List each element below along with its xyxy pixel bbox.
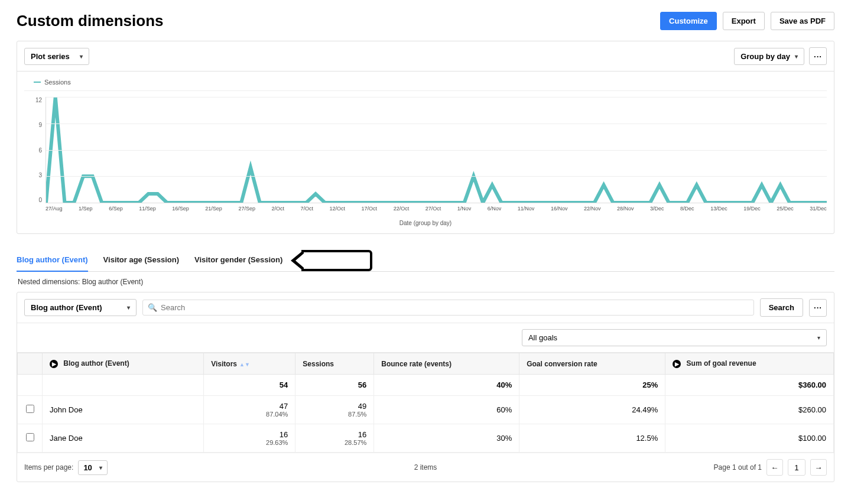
- chevron-down-icon: ▾: [99, 464, 102, 471]
- line-chart: 129630 27/Aug1/Sep6/Sep11/Sep16/Sep21/Se…: [24, 95, 827, 219]
- row-name: Jane Doe: [43, 424, 204, 453]
- legend-series-label: Sessions: [44, 79, 71, 86]
- arrow-right-icon: →: [814, 463, 822, 472]
- search-button[interactable]: Search: [760, 298, 803, 317]
- export-button[interactable]: Export: [723, 12, 765, 30]
- page-title: Custom dimensions: [17, 12, 163, 30]
- dimension-select[interactable]: Blog author (Event) ▾: [24, 299, 137, 316]
- col-bounce[interactable]: Bounce rate (events): [374, 353, 519, 375]
- more-icon: ···: [814, 52, 822, 61]
- dimension-select-label: Blog author (Event): [31, 303, 102, 312]
- col-dimension[interactable]: ▶ Blog author (Event): [43, 353, 204, 375]
- row-checkbox[interactable]: [26, 433, 34, 441]
- row-checkbox[interactable]: [26, 405, 34, 413]
- page-input[interactable]: [788, 459, 805, 476]
- prev-page-button[interactable]: ←: [766, 459, 783, 476]
- items-per-page-label: Items per page:: [24, 463, 73, 472]
- totals-row: 54 56 40% 25% $360.00: [18, 375, 834, 396]
- goals-select[interactable]: All goals ▾: [522, 329, 827, 346]
- table-more-button[interactable]: ···: [809, 299, 827, 317]
- save-pdf-button[interactable]: Save as PDF: [771, 12, 834, 30]
- search-icon: 🔍: [148, 303, 157, 312]
- x-axis-label: Date (group by day): [24, 220, 827, 226]
- row-name: John Doe: [43, 396, 204, 424]
- table-row[interactable]: John Doe 4787.04% 4987.5% 60% 24.49% $26…: [18, 396, 834, 424]
- item-count: 2 items: [414, 463, 437, 472]
- legend-swatch-icon: [34, 82, 41, 83]
- col-visitors[interactable]: Visitors▲▼: [204, 353, 295, 375]
- callout-arrow-icon: [301, 250, 372, 271]
- arrow-left-icon: ←: [771, 463, 778, 472]
- plot-series-label: Plot series: [31, 52, 70, 61]
- nested-dimensions-label: Nested dimensions: Blog author (Event): [17, 272, 834, 292]
- tab-visitor-age[interactable]: Visitor age (Session): [103, 249, 179, 271]
- tab-visitor-gender[interactable]: Visitor gender (Session): [194, 249, 282, 271]
- search-input[interactable]: [161, 303, 749, 312]
- col-sessions[interactable]: Sessions: [295, 353, 374, 375]
- col-revenue[interactable]: ▶ Sum of goal revenue: [665, 353, 834, 375]
- col-checkbox: [18, 353, 43, 375]
- table-row[interactable]: Jane Doe 1629.63% 1628.57% 30% 12.5% $10…: [18, 424, 834, 453]
- chevron-down-icon: ▾: [80, 53, 83, 60]
- group-by-label: Group by day: [740, 52, 790, 61]
- customize-button[interactable]: Customize: [660, 12, 717, 30]
- next-page-button[interactable]: →: [810, 459, 827, 476]
- chevron-down-icon: ▾: [817, 334, 820, 341]
- group-by-select[interactable]: Group by day ▾: [734, 48, 804, 65]
- chevron-down-icon: ▾: [127, 304, 130, 311]
- page-status: Page 1 out of 1: [714, 463, 762, 472]
- chevron-down-icon: ▾: [795, 53, 798, 60]
- items-per-page-select[interactable]: 10 ▾: [78, 460, 108, 475]
- info-icon: ▶: [50, 360, 58, 368]
- chart-more-button[interactable]: ···: [809, 47, 827, 65]
- sort-icon: ▲▼: [239, 362, 250, 368]
- plot-series-select[interactable]: Plot series ▾: [24, 48, 89, 65]
- info-icon: ▶: [673, 360, 681, 368]
- tab-blog-author[interactable]: Blog author (Event): [17, 249, 88, 271]
- col-conversion[interactable]: Goal conversion rate: [519, 353, 665, 375]
- goals-select-label: All goals: [528, 333, 557, 342]
- more-icon: ···: [814, 303, 822, 312]
